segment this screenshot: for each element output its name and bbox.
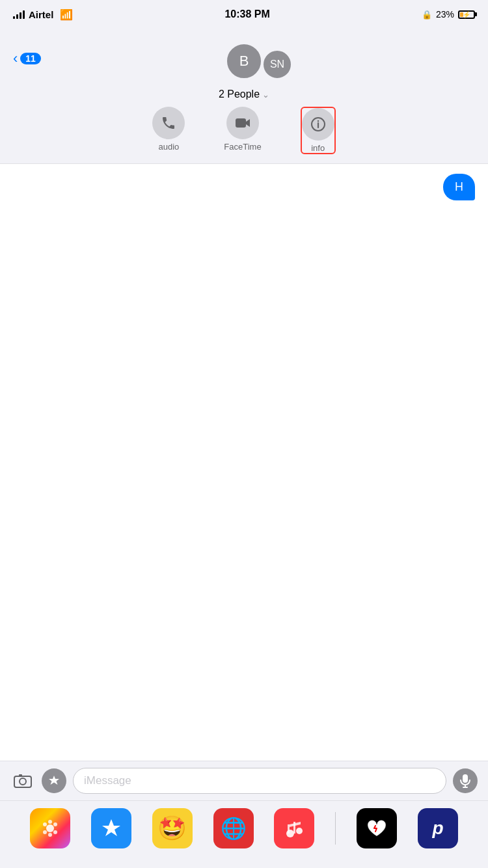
battery-icon: ⚡ (458, 10, 475, 19)
dock-photos[interactable] (30, 808, 70, 848)
dock-browser[interactable]: 🌐 (213, 808, 254, 848)
audio-label: audio (158, 142, 179, 152)
appstore-dock-icon (100, 817, 123, 840)
camera-shutter-icon (14, 773, 32, 789)
status-right: 🔒 23% ⚡ (422, 9, 475, 20)
svg-point-16 (43, 822, 47, 826)
dock-appstore[interactable] (91, 808, 131, 848)
memoji-icon: 🤩 (157, 815, 187, 842)
p-icon: p (433, 818, 444, 839)
svg-point-17 (286, 830, 294, 837)
back-button[interactable]: ‹ 11 (13, 51, 41, 66)
svg-point-15 (43, 830, 47, 834)
message-bubble-wrapper: H (0, 164, 488, 207)
back-chevron-icon: ‹ (13, 51, 18, 66)
info-icon-circle (302, 108, 334, 141)
facetime-button[interactable]: FaceTime (224, 107, 261, 154)
bolt-icon: ⚡ (463, 11, 470, 18)
heartbreaker-icon (365, 817, 388, 840)
phone-icon (161, 115, 176, 131)
wifi-icon: 📶 (60, 8, 73, 21)
svg-point-13 (53, 830, 57, 834)
camera-icon (235, 117, 251, 129)
info-button[interactable]: info (301, 107, 336, 154)
message-bubble: H (443, 174, 475, 200)
battery-percent: 23% (436, 9, 454, 20)
facetime-label: FaceTime (224, 142, 261, 152)
browser-icon: 🌐 (221, 816, 247, 841)
imessage-placeholder: iMessage (84, 774, 131, 787)
svg-point-5 (20, 778, 26, 785)
nav-top: ‹ 11 B SN (0, 29, 488, 88)
lock-icon: 🔒 (422, 10, 432, 20)
status-bar: Airtel 📶 10:38 PM 🔒 23% ⚡ (0, 0, 488, 29)
status-left: Airtel 📶 (13, 8, 73, 21)
audio-icon-circle (152, 107, 185, 139)
carrier-name: Airtel (29, 9, 53, 20)
clock: 10:38 PM (224, 8, 269, 20)
dock-music[interactable] (274, 808, 314, 848)
svg-point-3 (317, 120, 318, 122)
action-buttons: audio FaceTime info (0, 107, 488, 157)
appstore-icon (47, 774, 61, 787)
dock-divider (335, 812, 336, 845)
svg-point-18 (296, 828, 303, 834)
message-area: H (0, 164, 488, 730)
signal-bar-2 (16, 14, 18, 19)
dock: 🤩 🌐 p (0, 800, 488, 868)
svg-rect-7 (463, 774, 468, 783)
photos-icon (38, 817, 62, 840)
svg-point-10 (46, 824, 54, 832)
svg-point-12 (53, 822, 57, 826)
message-input[interactable]: iMessage (73, 768, 446, 794)
audio-record-button[interactable] (453, 768, 478, 793)
signal-bars (13, 10, 25, 19)
avatar-b: B (226, 43, 262, 79)
dock-p-app[interactable]: p (418, 808, 458, 848)
svg-rect-0 (236, 118, 246, 128)
svg-point-14 (48, 833, 52, 837)
input-bar: iMessage (0, 761, 488, 800)
signal-bar-4 (23, 10, 25, 19)
chevron-down-icon: ⌄ (262, 90, 269, 100)
signal-bar-3 (20, 12, 21, 19)
appstore-button[interactable] (42, 768, 66, 793)
back-badge: 11 (20, 53, 41, 64)
microphone-icon (459, 774, 471, 788)
avatar-sn: SN (262, 49, 292, 79)
music-icon (282, 817, 306, 840)
dock-memoji[interactable]: 🤩 (152, 808, 193, 848)
svg-point-11 (48, 820, 52, 824)
camera-button[interactable] (10, 768, 35, 793)
info-label: info (311, 143, 325, 153)
dock-heartbreaker[interactable] (357, 808, 397, 848)
svg-rect-20 (288, 824, 290, 834)
svg-rect-6 (19, 774, 22, 776)
info-icon (310, 116, 326, 132)
audio-button[interactable]: audio (152, 107, 185, 154)
facetime-icon-circle (226, 107, 259, 139)
nav-header: ‹ 11 B SN 2 People ⌄ audio (0, 29, 488, 164)
signal-bar-1 (13, 16, 15, 19)
group-name[interactable]: 2 People ⌄ (0, 88, 488, 100)
